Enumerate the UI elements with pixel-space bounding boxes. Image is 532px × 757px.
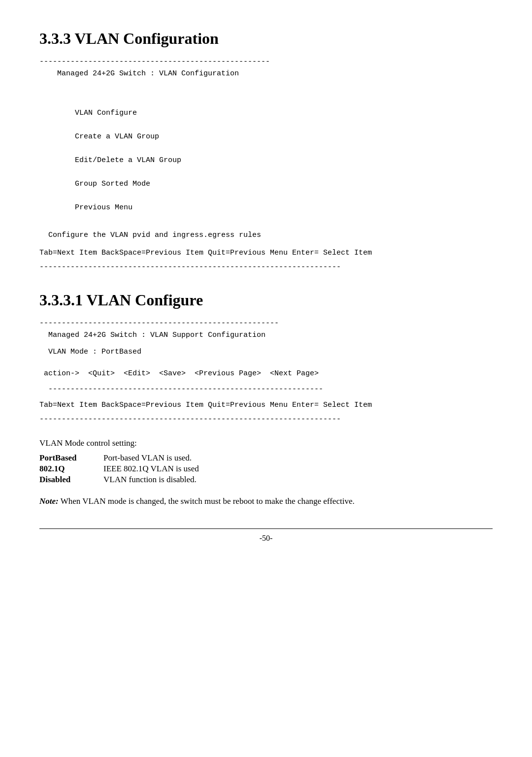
section2-divider2: ----------------------------------------… — [39, 415, 493, 424]
section2-divider1: ----------------------------------------… — [39, 319, 493, 328]
menu-item-previous[interactable]: Previous Menu — [39, 202, 493, 214]
section-3331-title: 3.3.3.1 VLAN Configure — [39, 291, 493, 309]
menu-item-group-sorted[interactable]: Group Sorted Mode — [39, 178, 493, 190]
section2-header: Managed 24+2G Switch : VLAN Support Conf… — [39, 329, 493, 341]
mode-row-portbased: PortBased Port-based VLAN is used. — [39, 453, 493, 463]
mode-desc-portbased: Port-based VLAN is used. — [103, 453, 192, 463]
note-text: When VLAN mode is changed, the switch mu… — [61, 496, 355, 506]
vlan-mode-heading: VLAN Mode control setting: — [39, 438, 493, 448]
section1-divider2: ----------------------------------------… — [39, 263, 493, 271]
section2-nav-hint: Tab=Next Item BackSpace=Previous Item Qu… — [39, 399, 493, 411]
page-number: -50- — [260, 534, 273, 542]
menu-item-vlan-configure[interactable]: VLAN Configure — [39, 107, 493, 119]
section2-action-line: action-> <Quit> <Edit> <Save> <Previous … — [39, 368, 493, 380]
vlan-modes-table: PortBased Port-based VLAN is used. 802.1… — [39, 453, 493, 485]
mode-label-8021q: 802.1Q — [39, 464, 103, 474]
section1-header: Managed 24+2G Switch : VLAN Configuratio… — [39, 68, 493, 80]
mode-desc-8021q: IEEE 802.1Q VLAN is used — [103, 464, 199, 474]
note-block: Note: When VLAN mode is changed, the swi… — [39, 494, 493, 509]
page-footer: -50- — [39, 528, 493, 543]
menu-item-edit-delete[interactable]: Edit/Delete a VLAN Group — [39, 155, 493, 166]
mode-label-portbased: PortBased — [39, 453, 103, 463]
mode-desc-disabled: VLAN function is disabled. — [103, 475, 197, 485]
section-333-title: 3.3.3 VLAN Configuration — [39, 30, 493, 48]
section2-vlan-mode: VLAN Mode : PortBased — [39, 346, 493, 358]
section1-divider1: ----------------------------------------… — [39, 58, 493, 66]
mode-row-8021q: 802.1Q IEEE 802.1Q VLAN is used — [39, 464, 493, 474]
section2-action-divider: ----------------------------------------… — [39, 384, 493, 395]
mode-row-disabled: Disabled VLAN function is disabled. — [39, 475, 493, 485]
note-label: Note: — [39, 496, 59, 506]
section1-menu: VLAN Configure Create a VLAN Group Edit/… — [39, 84, 493, 226]
mode-label-disabled: Disabled — [39, 475, 103, 485]
section1-nav-hint: Tab=Next Item BackSpace=Previous Item Qu… — [39, 247, 493, 259]
menu-item-create-vlan[interactable]: Create a VLAN Group — [39, 131, 493, 143]
section1-description: Configure the VLAN pvid and ingress.egre… — [39, 230, 493, 241]
